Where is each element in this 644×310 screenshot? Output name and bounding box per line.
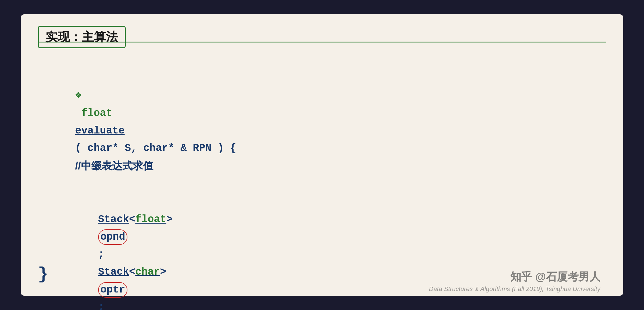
angle-open-1: < xyxy=(129,214,135,225)
semicolon-2: ; xyxy=(98,301,117,310)
angle-close-1: > xyxy=(166,214,172,225)
angle-open-2: < xyxy=(129,266,135,278)
diamond-icon: ❖ xyxy=(75,89,82,101)
line1-rest: ( char* S, char* & RPN ) { xyxy=(75,142,243,154)
angle-close-2: > xyxy=(160,266,166,278)
line1-comment: //中缀表达式求值 xyxy=(75,160,153,172)
title-underline xyxy=(38,42,606,42)
bottom-brace: } xyxy=(38,265,48,284)
opnd-circle: opnd xyxy=(98,229,127,245)
watermark-course: Data Structures & Algorithms (Fall 2019)… xyxy=(429,285,600,293)
char-type: char xyxy=(135,266,160,278)
code-line-1: ❖ float evaluate ( char* S, char* & RPN … xyxy=(38,68,606,193)
float-type: float xyxy=(135,214,166,225)
slide-container: 实现：主算法 ❖ float evaluate ( char* S, char*… xyxy=(21,14,623,296)
watermark-zhihu: 知乎 @石厦考男人 xyxy=(510,270,600,284)
stack-keyword-2: Stack xyxy=(98,266,129,278)
stack-keyword-1: Stack xyxy=(98,214,129,225)
float-keyword: float xyxy=(75,107,119,119)
evaluate-func: evaluate xyxy=(75,125,125,137)
title-box: 实现：主算法 xyxy=(38,26,126,48)
semicolon-1: ; xyxy=(98,249,117,260)
optr-circle: optr xyxy=(98,282,127,298)
